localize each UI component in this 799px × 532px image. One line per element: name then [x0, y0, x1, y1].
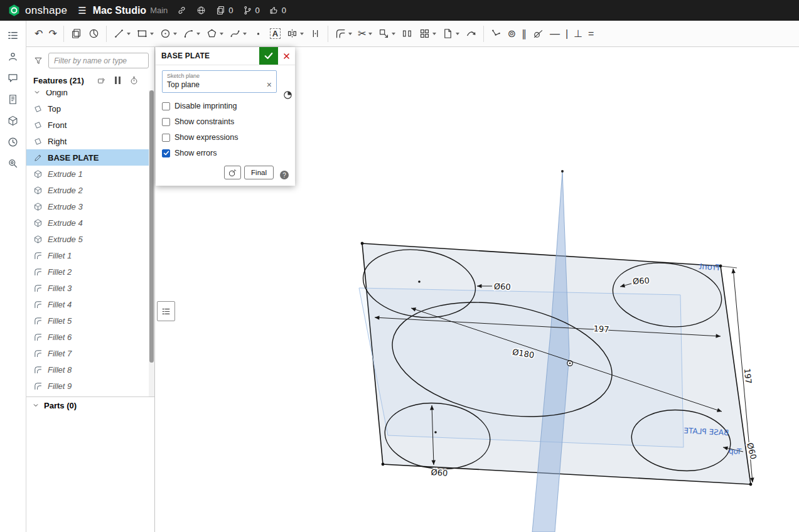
parallel-constraint-button[interactable]: ∥: [519, 24, 529, 43]
top-plane-outline[interactable]: [359, 288, 684, 447]
checkbox[interactable]: [162, 149, 170, 157]
plate-vertex[interactable]: [382, 463, 385, 466]
measure-tool-button[interactable]: [463, 24, 480, 43]
sketch-plane-field[interactable]: Sketch plane Top plane ×: [162, 70, 277, 93]
feature-item-right-plane[interactable]: Right: [26, 133, 154, 149]
filter-funnel-icon[interactable]: [33, 56, 43, 66]
feature-item-extrude[interactable]: Extrude 4: [26, 215, 154, 231]
point-tool-button[interactable]: [250, 24, 267, 43]
insert-feature-icon[interactable]: [97, 76, 106, 85]
copies-button[interactable]: 0: [215, 5, 233, 16]
final-button[interactable]: Final: [244, 166, 274, 179]
accept-button[interactable]: [259, 47, 278, 65]
rail-parts-button[interactable]: [7, 115, 19, 127]
fillet-tool-button[interactable]: [332, 24, 355, 43]
feature-item-fillet[interactable]: Fillet 7: [26, 345, 154, 361]
feature-item-fillet[interactable]: Fillet 3: [26, 280, 154, 296]
rectangle-tool-button[interactable]: [134, 24, 156, 43]
rail-comments-button[interactable]: [7, 72, 19, 84]
dim-label-top-right[interactable]: Ø60: [633, 276, 650, 286]
feature-item-base-plate-sketch[interactable]: BASE PLATE: [26, 149, 154, 166]
mirror-tool-button[interactable]: [284, 24, 306, 43]
feature-item-top-plane[interactable]: Top: [26, 100, 154, 117]
coincident-constraint-button[interactable]: [488, 24, 505, 43]
spline-tool-button[interactable]: [227, 24, 249, 43]
option-show-errors[interactable]: Show errors: [162, 149, 289, 157]
text-tool-button[interactable]: A: [267, 24, 283, 43]
feature-item-origin[interactable]: Origin: [26, 90, 154, 100]
onshape-logo-icon[interactable]: [8, 4, 21, 17]
option-show-expressions[interactable]: Show expressions: [162, 133, 289, 142]
public-button[interactable]: [196, 5, 206, 16]
feature-item-fillet[interactable]: Fillet 6: [26, 329, 154, 345]
linear-pattern-button[interactable]: [399, 24, 416, 43]
clear-selection-icon[interactable]: ×: [267, 80, 272, 89]
feature-item-fillet[interactable]: Fillet 4: [26, 296, 154, 312]
dim-width-label[interactable]: 197: [593, 324, 609, 334]
cancel-button[interactable]: [278, 47, 295, 65]
share-link-button[interactable]: [176, 5, 187, 16]
dim-height-label[interactable]: 197: [743, 368, 754, 384]
vertical-constraint-button[interactable]: |: [563, 24, 571, 43]
parts-section-header[interactable]: Parts (0): [26, 396, 154, 413]
concentric-constraint-button[interactable]: ⊚: [505, 24, 518, 43]
equal-constraint-button[interactable]: =: [586, 24, 596, 43]
help-icon[interactable]: ?: [280, 171, 289, 179]
feature-item-fillet[interactable]: Fillet 1: [26, 247, 154, 263]
feature-item-fillet[interactable]: Fillet 10: [26, 394, 154, 396]
likes-button[interactable]: 0: [269, 5, 286, 16]
offset-tool-button[interactable]: [307, 24, 324, 43]
brand-wordmark[interactable]: onshape: [25, 4, 67, 17]
transform-tool-button[interactable]: [375, 24, 398, 43]
sketch-view-toggle-button[interactable]: [224, 166, 241, 179]
suppress-pause-icon[interactable]: [115, 77, 121, 84]
feature-item-fillet[interactable]: Fillet 2: [26, 263, 154, 280]
feature-item-extrude[interactable]: Extrude 1: [26, 166, 154, 182]
feature-item-front-plane[interactable]: Front: [26, 117, 154, 133]
line-tool-button[interactable]: [110, 24, 133, 43]
main-menu-icon[interactable]: ☰: [78, 5, 86, 16]
copy-tool-button[interactable]: [68, 24, 85, 43]
circle-center-point[interactable]: [434, 431, 437, 434]
tangent-constraint-button[interactable]: [530, 24, 547, 43]
circle-tool-button[interactable]: [157, 24, 180, 43]
feature-item-fillet[interactable]: Fillet 5: [26, 312, 154, 329]
dim-label-top-left[interactable]: Ø60: [494, 282, 511, 292]
rail-search-button[interactable]: [7, 157, 19, 169]
circle-center-point[interactable]: [418, 280, 421, 283]
versions-button[interactable]: 0: [242, 5, 260, 16]
filter-input[interactable]: [48, 53, 149, 68]
feature-tree-flyout-button[interactable]: [157, 301, 175, 321]
polygon-tool-button[interactable]: [203, 24, 226, 43]
trim-tool-button[interactable]: ✂: [355, 24, 374, 43]
redo-button[interactable]: ↷: [46, 24, 59, 43]
feature-item-extrude[interactable]: Extrude 5: [26, 231, 154, 247]
circular-pattern-button[interactable]: [416, 24, 439, 43]
plate-vertex[interactable]: [361, 242, 364, 245]
checkbox[interactable]: [162, 102, 170, 110]
workspace-name[interactable]: Main: [150, 6, 168, 15]
graphics-viewport[interactable]: 197 197 Ø180 Ø60 Ø60 Ø60 Ø60 Front BASE …: [155, 47, 799, 532]
feature-item-extrude[interactable]: Extrude 3: [26, 198, 154, 215]
horizontal-constraint-button[interactable]: —: [547, 24, 562, 43]
import-dxf-button[interactable]: [439, 24, 462, 43]
dim-label-bottom-left[interactable]: Ø60: [431, 467, 448, 478]
scrollbar-thumb[interactable]: [149, 90, 154, 363]
checkbox[interactable]: [162, 134, 170, 142]
plane-orientation-icon[interactable]: [282, 90, 293, 100]
feature-item-fillet[interactable]: Fillet 9: [26, 378, 154, 394]
checkbox[interactable]: [162, 118, 170, 126]
perpendicular-constraint-button[interactable]: ⊥: [571, 24, 585, 43]
option-disable-imprinting[interactable]: Disable imprinting: [162, 102, 289, 110]
rollback-stopwatch-icon[interactable]: [129, 76, 139, 85]
rail-notes-button[interactable]: [7, 93, 19, 105]
rail-history-button[interactable]: [7, 136, 19, 148]
rail-follow-button[interactable]: [7, 51, 19, 63]
inspect-tool-button[interactable]: [85, 24, 102, 43]
feature-list-scrollbar[interactable]: [149, 90, 154, 396]
arc-tool-button[interactable]: [180, 24, 203, 43]
rail-feature-list-button[interactable]: [7, 29, 19, 41]
document-title[interactable]: Mac Studio: [93, 5, 146, 16]
feature-item-fillet[interactable]: Fillet 8: [26, 361, 154, 378]
option-show-constraints[interactable]: Show constraints: [162, 117, 289, 126]
